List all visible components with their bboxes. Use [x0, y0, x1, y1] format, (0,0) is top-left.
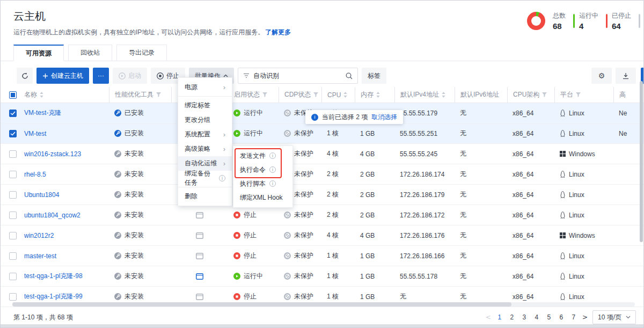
column-header-CDP状态[interactable]: CDP状态: [279, 87, 321, 103]
menu-item-删除[interactable]: 删除: [178, 189, 232, 203]
filter-icon[interactable]: [542, 92, 547, 97]
search-input[interactable]: 自动识别: [238, 68, 358, 84]
column-header-CPU[interactable]: CPU: [321, 87, 355, 103]
refresh-button[interactable]: [17, 68, 33, 84]
select-all-checkbox[interactable]: [9, 91, 17, 99]
submenu-item-执行命令[interactable]: 执行命令i: [233, 163, 292, 177]
vm-name-link[interactable]: test-qga-1-pl克隆-98: [24, 272, 83, 281]
status-text: 运行中: [244, 129, 263, 138]
start-button[interactable]: 启动: [113, 68, 147, 84]
column-header-label: 平台: [560, 90, 573, 99]
tab-导出记录[interactable]: 导出记录: [116, 45, 167, 61]
page-number-6[interactable]: 6: [558, 314, 565, 321]
submenu-item-绑定XML Hook[interactable]: 绑定XML Hook: [233, 191, 292, 205]
menu-item-高级策略[interactable]: 高级策略›: [178, 142, 232, 156]
console-icon[interactable]: [196, 253, 203, 259]
column-header-label: CPU: [327, 91, 341, 99]
vm-name-link[interactable]: Ubuntu1804: [24, 191, 59, 199]
column-header-默认IPv4地址[interactable]: 默认IPv4地址: [394, 87, 455, 103]
more-actions-button[interactable]: ···: [93, 68, 109, 84]
vm-name-link[interactable]: test-qga-1-pl克隆-99: [24, 292, 83, 301]
menu-item-绑定标签[interactable]: 绑定标签: [178, 98, 232, 113]
row-checkbox[interactable]: [9, 273, 17, 280]
row-checkbox[interactable]: [9, 191, 17, 199]
column-header-名称[interactable]: 名称: [19, 87, 109, 103]
submenu-item-发送文件[interactable]: 发送文件i: [233, 149, 292, 163]
status-icon-stopped: [233, 232, 240, 239]
cancel-selection-link[interactable]: 取消选择: [371, 113, 397, 122]
page-number-5[interactable]: 5: [545, 314, 553, 321]
row-checkbox[interactable]: [9, 130, 17, 137]
cpu-cell-value: 2 核: [327, 190, 339, 199]
page-number-2[interactable]: 2: [508, 314, 516, 321]
column-header-默认IPv6地址: 默认IPv6地址: [455, 87, 507, 103]
menu-item-系统配置[interactable]: 系统配置›: [178, 127, 232, 142]
stat-label: 运行中: [579, 11, 598, 20]
vm-name-link[interactable]: VM-test: [24, 130, 46, 137]
table-header: 名称性能优化工具启用状态CDP状态CPU内存默认IPv4地址默认IPv6地址CP…: [1, 87, 643, 103]
ellipsis-icon: ···: [98, 72, 104, 79]
tool-status-text: 未安装: [125, 272, 144, 281]
column-header-内存[interactable]: 内存: [355, 87, 394, 103]
create-vm-button[interactable]: 创建云主机: [36, 68, 89, 84]
console-icon[interactable]: [196, 232, 203, 239]
page-number-4[interactable]: 4: [533, 314, 540, 321]
memory-cell: 1 GB: [355, 246, 394, 266]
tag-button[interactable]: 标签: [362, 68, 386, 84]
menu-item-电源[interactable]: 电源›: [178, 80, 232, 94]
page-number-3[interactable]: 3: [521, 314, 528, 321]
row-checkbox[interactable]: [9, 110, 17, 117]
column-header-平台[interactable]: 平台: [554, 87, 613, 103]
horizontal-scrollbar-thumb[interactable]: [12, 302, 511, 307]
page-number-7[interactable]: 7: [570, 314, 577, 321]
sort-icon[interactable]: [442, 92, 445, 98]
console-icon[interactable]: [196, 294, 203, 300]
ha-cell: [613, 246, 644, 266]
next-page-arrow[interactable]: >: [582, 314, 588, 321]
vm-name-link[interactable]: win2012r2: [24, 232, 54, 239]
console-icon[interactable]: [196, 273, 203, 280]
vm-name-link[interactable]: ubuntu1804_qcow2: [24, 212, 80, 219]
row-checkbox[interactable]: [9, 293, 17, 301]
tab-回收站[interactable]: 回收站: [68, 45, 112, 61]
prev-page-arrow[interactable]: <: [486, 314, 491, 321]
cdp-status-cell: 未保护: [279, 205, 321, 225]
row-checkbox[interactable]: [9, 171, 17, 178]
row-checkbox[interactable]: [9, 212, 17, 219]
learn-more-link[interactable]: 了解更多: [265, 28, 291, 36]
vm-name-link[interactable]: rhel-8.5: [24, 171, 46, 178]
tab-可用资源[interactable]: 可用资源: [13, 45, 64, 61]
settings-button[interactable]: ⚙: [591, 68, 612, 84]
filter-icon[interactable]: [576, 92, 581, 97]
vertical-scrollbar-thumb[interactable]: [640, 81, 643, 242]
vm-name-link[interactable]: VM-test-克隆: [24, 108, 61, 118]
row-checkbox[interactable]: [9, 232, 17, 239]
column-header-启用状态[interactable]: 启用状态: [228, 87, 279, 103]
page-size-select[interactable]: 10 项/页: [592, 310, 636, 324]
page-number-1[interactable]: 1: [496, 314, 503, 321]
sort-icon[interactable]: [376, 92, 380, 98]
column-header-性能优化工具[interactable]: 性能优化工具: [109, 87, 171, 103]
header-checkbox-cell: [1, 87, 19, 103]
filter-icon[interactable]: [313, 92, 318, 97]
sort-icon[interactable]: [40, 92, 43, 98]
filter-icon[interactable]: [156, 92, 161, 97]
console-icon[interactable]: [196, 212, 203, 218]
search-icon[interactable]: [346, 72, 353, 79]
status-text: 停止: [244, 231, 257, 240]
horizontal-scrollbar[interactable]: [12, 302, 635, 307]
refresh-icon: [21, 72, 28, 79]
row-checkbox[interactable]: [9, 150, 17, 158]
submenu-item-执行脚本[interactable]: 执行脚本i: [233, 177, 292, 191]
vm-name-link[interactable]: win2016-zstack.123: [24, 150, 81, 158]
vm-name-link[interactable]: master-test: [24, 252, 56, 260]
menu-item-更改分组[interactable]: 更改分组: [178, 113, 232, 127]
export-button[interactable]: [616, 68, 636, 84]
memory-cell-value: 1 GB: [360, 130, 375, 137]
submenu-arrow-icon: ›: [223, 83, 225, 91]
row-checkbox[interactable]: [9, 252, 17, 260]
menu-item-绑定备份任务[interactable]: 绑定备份任务i: [178, 171, 232, 185]
sort-icon[interactable]: [343, 92, 347, 98]
column-header-CPU架构[interactable]: CPU架构: [507, 87, 554, 103]
filter-icon[interactable]: [262, 92, 267, 97]
